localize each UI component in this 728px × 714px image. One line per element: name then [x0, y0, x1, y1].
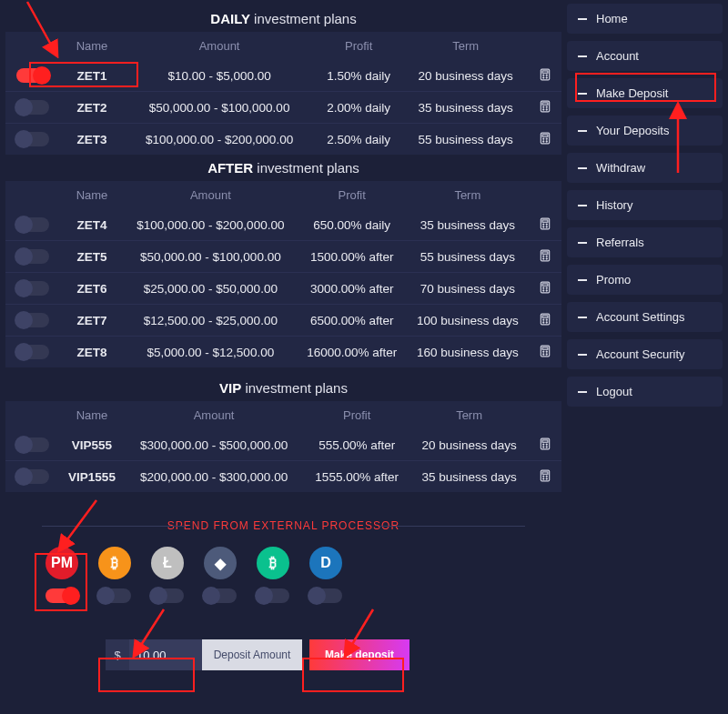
plan-toggle[interactable] — [16, 345, 49, 359]
processor-dash: D — [309, 547, 342, 603]
plan-toggle[interactable] — [16, 217, 49, 232]
plan-name: ZET8 — [60, 337, 124, 368]
svg-point-32 — [543, 287, 544, 288]
svg-rect-13 — [542, 135, 548, 136]
svg-point-58 — [543, 478, 544, 479]
table-row: ZET3$100,000.00 - $200,000.002.50% daily… — [5, 124, 561, 156]
sidebar-item-account[interactable]: Account — [567, 41, 723, 71]
sidebar-item-label: Referrals — [596, 236, 644, 249]
svg-rect-1 — [542, 71, 548, 73]
sidebar-item-logout[interactable]: Logout — [567, 377, 723, 407]
calculator-icon[interactable] — [538, 437, 552, 451]
processor-eth: ◆ — [204, 547, 237, 603]
sidebar-item-label: Account Settings — [596, 310, 685, 324]
svg-rect-37 — [542, 316, 548, 317]
svg-point-59 — [546, 478, 547, 479]
plan-amount: $25,000.00 - $50,000.00 — [124, 273, 298, 305]
deposit-amount-input[interactable] — [129, 639, 202, 670]
make-deposit-button[interactable]: Make deposit — [309, 639, 410, 670]
sidebar-item-history[interactable]: History — [567, 190, 723, 220]
sidebar-menu: HomeAccountMake DepositYour DepositsWith… — [567, 0, 728, 670]
sidebar-item-account-security[interactable]: Account Security — [567, 339, 723, 369]
plan-term: 35 business days — [402, 92, 529, 124]
plan-toggle[interactable] — [16, 469, 49, 484]
calculator-icon[interactable] — [538, 131, 552, 146]
col-term: Term — [402, 32, 529, 60]
dash-icon — [578, 93, 587, 95]
plan-toggle[interactable] — [16, 100, 49, 115]
svg-point-29 — [546, 258, 547, 259]
calculator-icon[interactable] — [538, 468, 552, 483]
plan-toggle[interactable] — [16, 68, 49, 83]
plan-term: 35 business days — [410, 461, 529, 493]
calculator-icon[interactable] — [538, 99, 552, 114]
svg-point-40 — [543, 322, 544, 323]
svg-rect-31 — [542, 284, 548, 286]
table-row: VIP1555$200,000.00 - $300,000.001555.00%… — [5, 461, 561, 493]
svg-point-46 — [543, 354, 544, 355]
plan-term: 160 business days — [407, 337, 529, 368]
sidebar-item-home[interactable]: Home — [567, 4, 723, 34]
calculator-icon[interactable] — [538, 312, 552, 327]
calculator-icon[interactable] — [538, 67, 552, 82]
calculator-icon[interactable] — [538, 344, 552, 358]
table-row: ZET8$5,000.00 - $12,500.0016000.00% afte… — [5, 337, 561, 368]
plan-name: ZET4 — [60, 209, 124, 241]
plan-toggle[interactable] — [16, 249, 49, 264]
calculator-icon[interactable] — [538, 216, 552, 231]
svg-point-9 — [546, 106, 547, 107]
plan-term: 70 business days — [407, 273, 529, 305]
calculator-icon[interactable] — [538, 280, 552, 295]
plan-toggle[interactable] — [16, 281, 49, 296]
dash-icon: D — [309, 547, 342, 579]
plan-toggle[interactable] — [16, 437, 49, 452]
svg-point-52 — [543, 447, 544, 448]
svg-point-28 — [543, 258, 544, 259]
dash-icon — [578, 391, 587, 393]
sidebar-item-promo[interactable]: Promo — [567, 265, 723, 295]
plan-name: VIP555 — [60, 429, 124, 461]
svg-point-34 — [543, 290, 544, 291]
sidebar-item-label: Withdraw — [596, 161, 645, 175]
plan-amount: $50,000.00 - $100,000.00 — [124, 241, 298, 273]
sidebar-item-label: Home — [596, 12, 628, 25]
svg-point-4 — [543, 77, 544, 78]
plans-table-daily: Name Amount Profit Term ZET1$10.00 - $5,… — [5, 32, 561, 155]
processor-toggle[interactable] — [46, 588, 78, 603]
plan-term: 20 business days — [410, 429, 529, 461]
plan-toggle[interactable] — [16, 313, 49, 327]
plan-name: ZET1 — [60, 60, 124, 92]
processor-toggle[interactable] — [151, 588, 184, 603]
sidebar-item-label: Your Deposits — [596, 124, 669, 137]
svg-point-3 — [546, 75, 547, 75]
svg-point-11 — [546, 109, 547, 110]
processor-toggle[interactable] — [257, 588, 289, 603]
plan-toggle[interactable] — [16, 132, 49, 146]
plan-profit: 650.00% daily — [298, 209, 407, 241]
svg-point-38 — [543, 319, 544, 320]
svg-point-23 — [546, 226, 547, 227]
sidebar-item-label: Make Deposit — [596, 86, 668, 100]
sidebar-item-your-deposits[interactable]: Your Deposits — [567, 116, 723, 146]
sidebar-item-withdraw[interactable]: Withdraw — [567, 153, 723, 183]
svg-point-14 — [543, 138, 544, 139]
processor-toggle[interactable] — [98, 588, 131, 603]
section-title-vip: VIP investment plans — [5, 375, 561, 401]
plan-amount: $100,000.00 - $200,000.00 — [124, 124, 315, 156]
calculator-icon[interactable] — [538, 248, 552, 263]
processor-toggle[interactable] — [204, 588, 237, 603]
svg-point-53 — [546, 447, 547, 448]
table-row: ZET4$100,000.00 - $200,000.00650.00% dai… — [5, 209, 561, 241]
svg-point-16 — [543, 141, 544, 142]
sidebar-item-make-deposit[interactable]: Make Deposit — [567, 78, 723, 108]
sidebar-item-referrals[interactable]: Referrals — [567, 227, 723, 257]
table-row: ZET1$10.00 - $5,000.001.50% daily20 busi… — [5, 60, 561, 92]
plan-profit: 1555.00% after — [304, 461, 410, 493]
processor-toggle[interactable] — [309, 588, 342, 603]
plans-table-vip: Name Amount Profit Term VIP555$300,000.0… — [5, 401, 561, 492]
svg-point-33 — [546, 287, 547, 288]
dash-icon — [578, 205, 587, 206]
processor-pm: PM — [46, 547, 78, 603]
svg-rect-43 — [542, 347, 548, 349]
sidebar-item-account-settings[interactable]: Account Settings — [567, 302, 723, 332]
